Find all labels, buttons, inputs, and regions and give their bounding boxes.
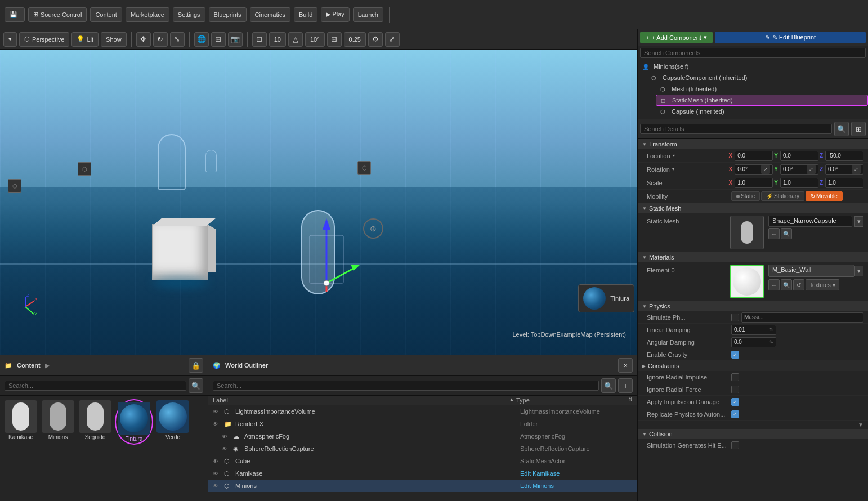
- simulation-generates-checkbox[interactable]: [731, 441, 739, 449]
- mobility-movable-btn[interactable]: ↻ Movable: [806, 191, 843, 201]
- mobility-static-btn[interactable]: Static: [731, 191, 760, 201]
- rotation-x-expand-btn[interactable]: ⤢: [761, 165, 770, 174]
- outliner-item-kamikase[interactable]: 👁 ⬡ Kamikase Edit Kamikase: [208, 467, 637, 480]
- scale-icon-btn[interactable]: ⤡: [170, 32, 185, 47]
- rotation-x-input[interactable]: 0.0° ⤢: [735, 164, 773, 175]
- outliner-item-lightmass[interactable]: 👁 ⬡ LightmassImportanceVolume LightmassI…: [208, 405, 637, 418]
- marketplace-btn[interactable]: Marketplace: [126, 7, 169, 22]
- show-btn[interactable]: Show: [101, 32, 127, 47]
- transform-icon-btn[interactable]: ✥: [136, 32, 151, 47]
- camera-icon-btn[interactable]: 📷: [228, 32, 243, 47]
- maximize-btn[interactable]: ⤢: [385, 32, 400, 47]
- simulate-physics-checkbox[interactable]: [731, 314, 739, 321]
- details-search-input[interactable]: [640, 124, 832, 134]
- mat-search-btn[interactable]: 🔍: [781, 279, 792, 290]
- details-grid-btn[interactable]: ⊞: [851, 122, 866, 136]
- components-search-input[interactable]: [640, 48, 866, 58]
- rotation-z-expand-btn[interactable]: ⤢: [852, 165, 861, 174]
- sm-back-btn[interactable]: ←: [768, 228, 780, 239]
- scale-x-input[interactable]: 1.0: [735, 178, 773, 188]
- location-z-input[interactable]: -50.0: [825, 151, 863, 161]
- scale-y-input[interactable]: 1.0: [780, 178, 818, 188]
- location-x-input[interactable]: 0.0: [735, 151, 773, 161]
- mobility-stationary-btn[interactable]: ⚡ Stationary: [761, 191, 804, 201]
- outliner-add-btn[interactable]: +: [618, 378, 633, 393]
- save-btn[interactable]: 💾: [5, 7, 25, 22]
- grid-size-btn[interactable]: 10: [269, 32, 286, 47]
- rotate-icon-btn[interactable]: ↻: [153, 32, 168, 47]
- rotation-y-expand-btn[interactable]: ⤢: [807, 165, 816, 174]
- apply-impulse-checkbox[interactable]: ✓: [731, 398, 739, 406]
- content-search-btn[interactable]: 🔍: [189, 378, 203, 393]
- angular-damping-input[interactable]: 0.0 ⇅: [731, 337, 776, 347]
- comp-item-mesh[interactable]: ⬡ Mesh (Inherited): [656, 83, 868, 95]
- build-btn[interactable]: Build: [294, 7, 317, 22]
- content-btn[interactable]: Content: [90, 7, 122, 22]
- ignore-radial-impulse-checkbox[interactable]: [731, 373, 739, 381]
- outliner-item-renderfx[interactable]: 👁 📁 RenderFX Folder: [208, 418, 637, 430]
- asset-minions[interactable]: Minions: [41, 399, 75, 441]
- surface-icon-btn[interactable]: ⊞: [211, 32, 226, 47]
- asset-verde[interactable]: Verde: [155, 399, 190, 441]
- snap-btn[interactable]: 0.25: [344, 32, 366, 47]
- angle-icon-btn[interactable]: △: [288, 32, 303, 47]
- sm-dropdown-btn[interactable]: ▾: [854, 216, 863, 227]
- static-mesh-section-header[interactable]: ▼ Static Mesh: [638, 203, 868, 213]
- outliner-item-cube[interactable]: 👁 ⬡ Cube StaticMeshActor: [208, 455, 637, 467]
- physics-section-header[interactable]: ▼ Physics: [638, 301, 868, 311]
- constraints-section-header[interactable]: ▶ Constraints: [638, 361, 868, 371]
- rotation-z-input[interactable]: 0.0° ⤢: [825, 164, 863, 175]
- outliner-close-btn[interactable]: ✕: [618, 358, 633, 373]
- mat-back-btn[interactable]: ←: [768, 279, 780, 290]
- outliner-item-minions[interactable]: 👁 ⬡ Minions Edit Minions: [208, 480, 637, 492]
- play-btn[interactable]: ▶ Play: [321, 7, 349, 22]
- ignore-radial-force-checkbox[interactable]: [731, 386, 739, 393]
- add-component-btn[interactable]: + + Add Component ▾: [640, 32, 713, 43]
- outliner-item-atmofog[interactable]: 👁 ☁ AtmosphericFog AtmosphericFog: [217, 430, 637, 442]
- snap-icon-btn[interactable]: ⊞: [327, 32, 342, 47]
- asset-kamikase[interactable]: Kamikase: [3, 399, 38, 441]
- comp-item-capsule[interactable]: ⬡ CapsuleComponent (Inherited): [647, 72, 868, 83]
- viewport-settings-btn[interactable]: ⚙: [368, 32, 383, 47]
- lit-btn[interactable]: 💡 Lit: [71, 32, 99, 47]
- collision-section-header[interactable]: ▼ Collision: [638, 429, 868, 439]
- comp-item-minions[interactable]: 👤 Minions(self): [638, 61, 868, 72]
- world-icon-btn[interactable]: 🌐: [194, 32, 209, 47]
- grid-icon-btn[interactable]: ⊡: [252, 32, 267, 47]
- comp-item-staticmesh[interactable]: ◻ StaticMesh (Inherited): [656, 95, 868, 106]
- viewport-menu-btn[interactable]: ▾: [3, 32, 17, 47]
- settings-btn[interactable]: Settings: [173, 7, 205, 22]
- mat-refresh-btn[interactable]: ↺: [793, 279, 804, 290]
- outliner-search-btn[interactable]: 🔍: [601, 378, 616, 393]
- scale-z-input[interactable]: 1.0: [825, 178, 863, 188]
- character-object[interactable]: [158, 134, 186, 190]
- outliner-search-input[interactable]: [213, 381, 599, 391]
- asset-seguido[interactable]: Seguido: [78, 399, 113, 441]
- viewport[interactable]: ⊕ ⬡ ⬡ ⬡ X Y Z Level: TopDownExampleMap (…: [0, 50, 637, 355]
- details-search-btn[interactable]: 🔍: [834, 122, 849, 136]
- angle-btn[interactable]: 10°: [305, 32, 325, 47]
- source-control-btn[interactable]: ⊞ Source Control: [28, 7, 87, 22]
- perspective-btn[interactable]: ⬡ Perspective: [19, 32, 69, 47]
- edit-blueprint-btn[interactable]: ✎ ✎ Edit Blueprint: [715, 32, 866, 43]
- enable-gravity-checkbox[interactable]: ✓: [731, 351, 739, 359]
- transform-section-header[interactable]: ▼ Transform: [638, 139, 868, 149]
- replicate-physics-checkbox[interactable]: ✓: [731, 410, 739, 418]
- rotation-y-input[interactable]: 0.0° ⤢: [780, 164, 818, 175]
- content-lock-btn[interactable]: 🔒: [189, 358, 203, 373]
- blueprints-btn[interactable]: Blueprints: [209, 7, 247, 22]
- linear-damping-input[interactable]: 0.01 ⇅: [731, 325, 776, 335]
- launch-btn[interactable]: Launch: [353, 7, 383, 22]
- outliner-item-sphere-reflect[interactable]: 👁 ◉ SphereReflectionCapture SphereReflec…: [217, 442, 637, 455]
- materials-section-header[interactable]: ▼ Materials: [638, 252, 868, 262]
- mat-dropdown-btn[interactable]: ▾: [854, 266, 863, 276]
- comp-item-capsule2[interactable]: ⬡ Capsule (Inherited): [656, 106, 868, 117]
- location-y-input[interactable]: 0.0: [780, 151, 818, 161]
- capsule-object[interactable]: [301, 210, 335, 294]
- cube-object[interactable]: [152, 224, 208, 280]
- sm-search-btn[interactable]: 🔍: [781, 228, 792, 239]
- cinematics-btn[interactable]: Cinematics: [250, 7, 290, 22]
- content-search-input[interactable]: [5, 381, 186, 391]
- asset-tintura[interactable]: Tintura: [115, 399, 153, 445]
- textures-btn[interactable]: Textures ▾: [806, 279, 839, 290]
